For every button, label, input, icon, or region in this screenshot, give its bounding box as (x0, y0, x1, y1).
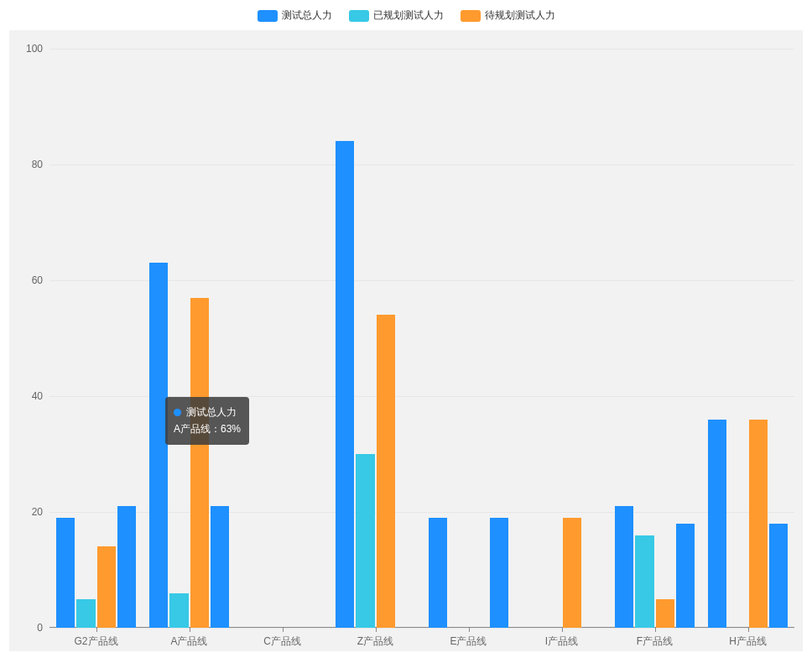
legend-item-planned[interactable]: 已规划测试人力 (349, 8, 444, 23)
bar[interactable] (97, 546, 116, 628)
bar[interactable] (76, 599, 95, 629)
bar[interactable] (190, 298, 209, 628)
category-group: I产品线 (515, 49, 608, 628)
x-tick-mark (748, 628, 749, 632)
bar[interactable] (117, 506, 136, 628)
legend-item-unplanned[interactable]: 待规划测试人力 (461, 8, 555, 23)
plot-area[interactable]: 020406080100G2产品线A产品线C产品线Z产品线E产品线I产品线F产品… (49, 49, 794, 628)
category-group: F产品线 (608, 49, 701, 628)
x-tick-mark (655, 628, 656, 632)
legend: 测试总人力 已规划测试人力 待规划测试人力 (0, 0, 812, 28)
bar[interactable] (56, 518, 75, 628)
bar[interactable] (490, 518, 508, 628)
bar[interactable] (336, 141, 354, 628)
bar[interactable] (635, 535, 653, 628)
category-group: A产品线 (143, 49, 236, 628)
bar[interactable] (656, 599, 674, 629)
bar[interactable] (429, 518, 447, 628)
legend-label: 已规划测试人力 (373, 8, 444, 23)
bar[interactable] (149, 263, 168, 628)
y-tick-label: 60 (32, 274, 49, 286)
x-tick-mark (469, 628, 470, 632)
y-tick-label: 80 (32, 159, 49, 170)
x-tick-mark (283, 628, 284, 632)
chart-background: 020406080100G2产品线A产品线C产品线Z产品线E产品线I产品线F产品… (9, 30, 803, 651)
legend-item-total[interactable]: 测试总人力 (258, 8, 332, 23)
x-tick-mark (190, 628, 190, 632)
category-group: H产品线 (701, 49, 794, 628)
category-group: G2产品线 (49, 49, 143, 628)
x-tick-mark (562, 628, 563, 632)
legend-swatch (258, 10, 278, 22)
bar[interactable] (676, 524, 695, 628)
bar[interactable] (356, 454, 374, 628)
bar[interactable] (169, 593, 188, 628)
y-tick-label: 100 (26, 43, 49, 55)
legend-swatch (461, 10, 481, 22)
category-group: E产品线 (422, 49, 515, 628)
bar[interactable] (377, 315, 395, 628)
gridline (49, 628, 794, 629)
bar[interactable] (749, 420, 768, 628)
bar[interactable] (211, 506, 229, 628)
legend-swatch (349, 10, 369, 22)
bar[interactable] (769, 524, 788, 628)
y-tick-label: 20 (32, 506, 49, 518)
bars-container: G2产品线A产品线C产品线Z产品线E产品线I产品线F产品线H产品线 (49, 49, 794, 628)
x-tick-mark (96, 628, 97, 632)
bar[interactable] (708, 420, 726, 628)
y-tick-label: 0 (37, 622, 49, 634)
y-tick-label: 40 (32, 390, 49, 402)
legend-label: 测试总人力 (282, 8, 332, 23)
category-group: Z产品线 (329, 49, 422, 628)
x-tick-mark (376, 628, 377, 632)
category-group: C产品线 (236, 49, 329, 628)
legend-label: 待规划测试人力 (485, 8, 555, 23)
bar[interactable] (563, 518, 581, 628)
bar[interactable] (615, 506, 633, 628)
